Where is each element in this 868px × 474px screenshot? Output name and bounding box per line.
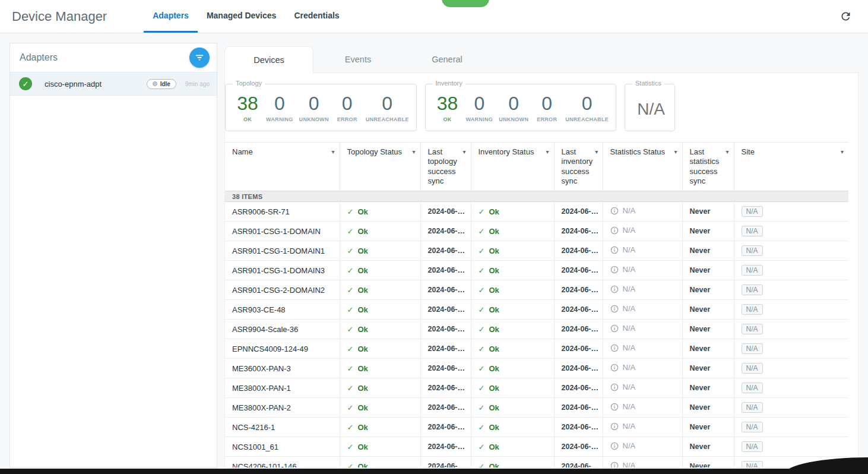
check-icon: ✓ <box>479 286 485 295</box>
header-tab-credentials[interactable]: Credentials <box>285 0 348 33</box>
site-na-chip: N/A <box>742 343 763 354</box>
column-dropdown-icon[interactable]: ▾ <box>462 147 465 186</box>
header-tab-adapters[interactable]: Adapters <box>144 0 198 33</box>
cell-topology-status: ✓Ok <box>340 437 420 457</box>
table-row[interactable]: ASR9006-SR-71✓Ok2024-06-…✓Ok2024-06-…N/A… <box>225 202 848 222</box>
column-dropdown-icon[interactable]: ▾ <box>546 147 549 157</box>
table-row[interactable]: ASR901-CSG-2-DOMAIN2✓Ok2024-06-…✓Ok2024-… <box>225 280 848 300</box>
table-row[interactable]: ASR901-CSG-1-DOMAIN✓Ok2024-06-…✓Ok2024-0… <box>225 222 848 241</box>
col-statistics-status[interactable]: Statistics Status▾ <box>603 143 682 191</box>
cell-inventory-status: ✓Ok <box>471 241 554 261</box>
counter-value: 0 <box>474 94 484 113</box>
site-na-chip: N/A <box>742 265 763 276</box>
check-icon: ✓ <box>479 403 485 412</box>
check-icon: ✓ <box>347 443 354 451</box>
cell-name: NCS4206-101-146 <box>225 457 340 469</box>
partial-green-button[interactable] <box>442 0 489 7</box>
col-name[interactable]: Name▾ <box>225 143 340 191</box>
check-icon: ✓ <box>479 462 485 469</box>
check-icon: ✓ <box>347 266 354 275</box>
counter-value: 0 <box>274 94 285 113</box>
cell-inventory-status: ✓Ok <box>471 398 554 418</box>
table-row[interactable]: NCS4206-101-146✓Ok2024-06-✓Ok2024-06-N/A… <box>225 457 848 469</box>
table-row[interactable]: EPNNCS4009-124-49✓Ok2024-06-…✓Ok2024-06-… <box>225 339 848 359</box>
cell-statistics-status: N/A <box>603 320 682 339</box>
column-dropdown-icon[interactable]: ▾ <box>674 147 677 157</box>
tab-devices[interactable]: Devices <box>224 46 313 73</box>
stat-box-title: Topology <box>233 80 265 87</box>
table-row[interactable]: ASR901-CSG-1-DOMAIN3✓Ok2024-06-…✓Ok2024-… <box>225 261 848 280</box>
header-tab-managed-devices[interactable]: Managed Devices <box>198 0 286 33</box>
col-inventory-status[interactable]: Inventory Status▾ <box>471 143 554 191</box>
table-row[interactable]: ME3800X-PAN-2✓Ok2024-06-…✓Ok2024-06-…N/A… <box>225 398 848 418</box>
cell-last-topology-sync: 2024-06-… <box>420 359 471 378</box>
cell-last-inventory-sync: 2024-06-… <box>554 339 603 359</box>
cell-last-statistics-sync: Never <box>682 241 734 261</box>
cell-statistics-status: N/A <box>603 261 682 280</box>
cell-last-inventory-sync: 2024-06-… <box>554 202 603 222</box>
cell-last-inventory-sync: 2024-06-… <box>554 378 603 398</box>
info-icon <box>610 324 619 333</box>
cell-statistics-status: N/A <box>603 418 682 437</box>
stats-row: Topology38OK0WARNING0UNKNOWN0ERROR0UNREA… <box>225 84 848 131</box>
column-dropdown-icon[interactable]: ▾ <box>841 147 844 157</box>
column-dropdown-icon[interactable]: ▾ <box>726 147 728 186</box>
site-na-chip: N/A <box>742 304 763 315</box>
column-label: Name <box>232 147 253 157</box>
check-icon: ✓ <box>479 364 485 373</box>
main-area: DevicesEventsGeneral Topology38OK0WARNIN… <box>224 46 859 468</box>
check-icon: ✓ <box>479 443 485 451</box>
devices-table-wrap: Name▾Topology Status▾Last topology succe… <box>225 142 848 468</box>
check-icon: ✓ <box>347 364 354 373</box>
adapter-list-item[interactable]: ✓ cisco-epnm-adpt Idle 9min ago <box>10 72 217 96</box>
cell-site: N/A <box>734 437 848 457</box>
tab-general[interactable]: General <box>403 46 492 72</box>
cell-statistics-status: N/A <box>603 437 682 457</box>
col-last-inventory-success-sync[interactable]: Last inventory success sync▾ <box>554 143 603 191</box>
cell-site: N/A <box>734 398 848 418</box>
cell-last-inventory-sync: 2024-06-… <box>554 300 603 320</box>
cell-last-topology-sync: 2024-06-… <box>420 320 471 339</box>
col-topology-status[interactable]: Topology Status▾ <box>340 143 420 191</box>
cell-topology-status: ✓Ok <box>340 339 420 359</box>
table-row[interactable]: ME3600X-PAN-3✓Ok2024-06-…✓Ok2024-06-…N/A… <box>225 359 848 378</box>
table-row[interactable]: NCS-4216-1✓Ok2024-06-…✓Ok2024-06-…N/ANev… <box>225 418 848 437</box>
column-label: Topology Status <box>347 147 403 157</box>
column-label: Last statistics success sync <box>690 147 724 186</box>
tab-events[interactable]: Events <box>313 46 403 72</box>
devices-table-head: Name▾Topology Status▾Last topology succe… <box>225 143 848 191</box>
stat-box-statistics: StatisticsN/A <box>625 84 675 131</box>
cell-statistics-status: N/A <box>603 202 682 222</box>
table-row[interactable]: ASR9904-Scale-36✓Ok2024-06-…✓Ok2024-06-…… <box>225 320 848 339</box>
stat-box-title: Statistics <box>632 80 664 87</box>
column-label: Last inventory success sync <box>562 147 593 186</box>
table-row[interactable]: NCS1001_61✓Ok2024-06-…✓Ok2024-06-…N/ANev… <box>225 437 848 457</box>
cell-site: N/A <box>734 359 848 378</box>
col-site[interactable]: Site▾ <box>734 143 848 191</box>
stat-box-inventory: Inventory38OK0WARNING0UNKNOWN0ERROR0UNRE… <box>425 84 617 131</box>
adapter-name: cisco-epnm-adpt <box>39 80 140 89</box>
check-icon: ✓ <box>347 305 354 314</box>
column-dropdown-icon[interactable]: ▾ <box>331 147 334 157</box>
table-row[interactable]: ASR903-CE-48✓Ok2024-06-…✓Ok2024-06-…N/AN… <box>225 300 848 320</box>
col-last-statistics-success-sync[interactable]: Last statistics success sync▾ <box>682 143 734 191</box>
devices-table: Name▾Topology Status▾Last topology succe… <box>225 142 848 468</box>
filter-button[interactable] <box>189 48 210 68</box>
items-count-row: 38 ITEMS <box>225 191 848 202</box>
col-last-topology-success-sync[interactable]: Last topology success sync▾ <box>420 143 471 191</box>
table-row[interactable]: ASR901-CSG-1-DOMAIN1✓Ok2024-06-…✓Ok2024-… <box>225 241 848 261</box>
column-dropdown-icon[interactable]: ▾ <box>595 147 598 186</box>
cell-statistics-status: N/A <box>603 300 682 320</box>
refresh-button[interactable] <box>835 6 856 27</box>
cell-statistics-status: N/A <box>603 398 682 418</box>
table-row[interactable]: ME3800X-PAN-1✓Ok2024-06-…✓Ok2024-06-…N/A… <box>225 378 848 398</box>
counter-unknown: 0UNKNOWN <box>299 94 329 122</box>
cell-last-topology-sync: 2024-06- <box>420 457 471 469</box>
cell-site: N/A <box>734 300 848 320</box>
counter-ok: 38OK <box>235 94 260 122</box>
column-dropdown-icon[interactable]: ▾ <box>412 147 415 157</box>
idle-status-badge: Idle <box>147 79 176 89</box>
idle-dot-icon <box>153 81 157 86</box>
table-header-row: Name▾Topology Status▾Last topology succe… <box>225 143 848 191</box>
column-label: Statistics Status <box>610 147 665 157</box>
